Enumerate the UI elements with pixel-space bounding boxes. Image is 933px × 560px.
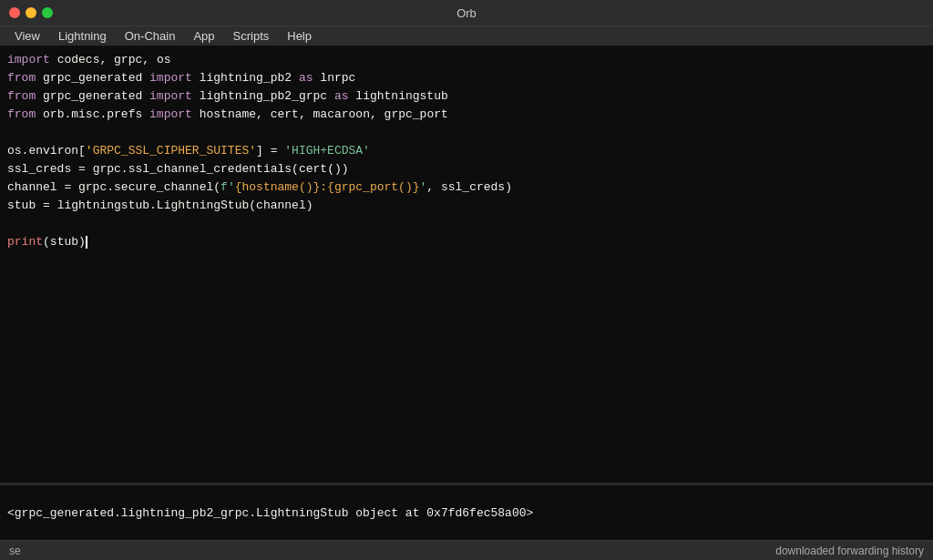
code-line-3: from grpc_generated import lightning_pb2… xyxy=(7,87,926,106)
menu-app[interactable]: App xyxy=(186,27,221,45)
code-line-1: import codecs, grpc, os xyxy=(7,51,926,69)
code-editor[interactable]: import codecs, grpc, os from grpc_genera… xyxy=(0,46,933,483)
menu-lightning[interactable]: Lightning xyxy=(51,27,114,45)
statusbar: se downloaded forwarding history xyxy=(0,540,933,560)
status-right: downloaded forwarding history xyxy=(775,545,924,557)
menu-onchain[interactable]: On-Chain xyxy=(118,27,183,45)
menubar: View Lightning On-Chain App Scripts Help xyxy=(0,25,933,46)
minimize-button[interactable] xyxy=(26,7,36,18)
output-text: <grpc_generated.lightning_pb2_grpc.Light… xyxy=(7,506,533,520)
titlebar: Orb xyxy=(0,0,933,25)
window-title: Orb xyxy=(456,6,477,20)
status-left: se xyxy=(9,545,21,557)
code-line-5 xyxy=(7,124,926,142)
close-button[interactable] xyxy=(9,7,20,18)
code-line-4: from orb.misc.prefs import hostname, cer… xyxy=(7,106,926,124)
maximize-button[interactable] xyxy=(42,7,53,18)
code-line-11: print(stub) xyxy=(7,233,926,251)
menu-scripts[interactable]: Scripts xyxy=(226,27,277,45)
menu-view[interactable]: View xyxy=(7,27,47,45)
code-line-10 xyxy=(7,215,926,233)
code-content: import codecs, grpc, os from grpc_genera… xyxy=(0,51,933,251)
output-area: <grpc_generated.lightning_pb2_grpc.Light… xyxy=(0,485,933,540)
code-line-6: os.environ['GRPC_SSL_CIPHER_SUITES'] = '… xyxy=(7,142,926,160)
code-line-2: from grpc_generated import lightning_pb2… xyxy=(7,69,926,87)
traffic-lights xyxy=(9,7,53,18)
menu-help[interactable]: Help xyxy=(280,27,319,45)
code-line-8: channel = grpc.secure_channel(f'{hostnam… xyxy=(7,178,926,197)
code-line-7: ssl_creds = grpc.ssl_channel_credentials… xyxy=(7,160,926,178)
code-line-9: stub = lightningstub.LightningStub(chann… xyxy=(7,197,926,215)
